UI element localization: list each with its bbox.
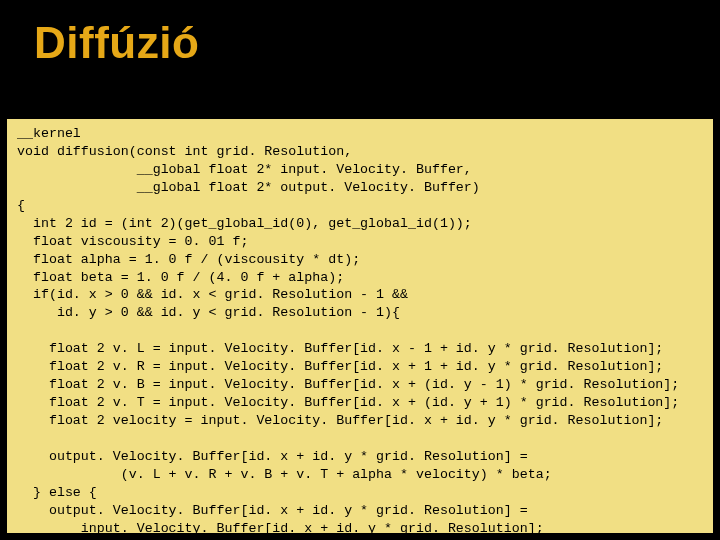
code-line: float alpha = 1. 0 f / (viscousity * dt)… [17, 252, 360, 267]
code-line: int 2 id = (int 2)(get_global_id(0), get… [17, 216, 472, 231]
code-line: float 2 v. R = input. Velocity. Buffer[i… [17, 359, 663, 374]
code-line: float viscousity = 0. 01 f; [17, 234, 248, 249]
code-line: __global float 2* input. Velocity. Buffe… [17, 162, 472, 177]
code-line: float 2 v. T = input. Velocity. Buffer[i… [17, 395, 679, 410]
code-line: float beta = 1. 0 f / (4. 0 f + alpha); [17, 270, 344, 285]
code-line: void diffusion(const int grid. Resolutio… [17, 144, 352, 159]
code-line: output. Velocity. Buffer[id. x + id. y *… [17, 449, 528, 464]
code-line: { [17, 198, 25, 213]
code-line: __kernel [17, 126, 81, 141]
code-line: (v. L + v. R + v. B + v. T + alpha * vel… [17, 467, 552, 482]
code-line: float 2 v. B = input. Velocity. Buffer[i… [17, 377, 679, 392]
code-line: __global float 2* output. Velocity. Buff… [17, 180, 480, 195]
slide-title: Diffúzió [0, 0, 720, 82]
code-content: __kernel void diffusion(const int grid. … [17, 125, 703, 534]
code-block: __kernel void diffusion(const int grid. … [6, 118, 714, 534]
code-line: input. Velocity. Buffer[id. x + id. y * … [17, 521, 544, 534]
code-line: output. Velocity. Buffer[id. x + id. y *… [17, 503, 528, 518]
code-line: float 2 v. L = input. Velocity. Buffer[i… [17, 341, 663, 356]
slide: Diffúzió __kernel void diffusion(const i… [0, 0, 720, 540]
code-line: if(id. x > 0 && id. x < grid. Resolution… [17, 287, 408, 302]
code-line: id. y > 0 && id. y < grid. Resolution - … [17, 305, 400, 320]
code-line: } else { [17, 485, 97, 500]
code-line: float 2 velocity = input. Velocity. Buff… [17, 413, 663, 428]
